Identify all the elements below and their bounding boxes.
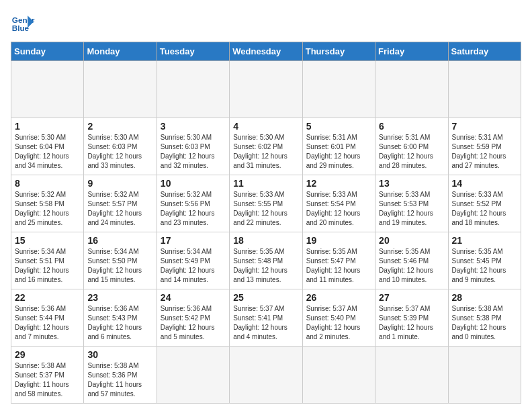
col-header-monday: Monday (84, 42, 157, 61)
col-header-sunday: Sunday (11, 42, 84, 61)
day-info: Sunrise: 5:32 AM Sunset: 5:56 PM Dayligh… (161, 190, 226, 228)
day-number: 4 (233, 121, 298, 132)
day-number: 16 (87, 235, 152, 246)
day-number: 2 (87, 121, 152, 132)
day-info: Sunrise: 5:30 AM Sunset: 6:02 PM Dayligh… (233, 133, 298, 171)
calendar-cell: 26Sunrise: 5:37 AM Sunset: 5:40 PM Dayli… (302, 289, 375, 347)
col-header-tuesday: Tuesday (157, 42, 229, 61)
day-info: Sunrise: 5:34 AM Sunset: 5:51 PM Dayligh… (15, 247, 80, 285)
header: General Blue (11, 11, 521, 35)
calendar-cell: 9Sunrise: 5:32 AM Sunset: 5:57 PM Daylig… (84, 175, 157, 232)
calendar-cell: 19Sunrise: 5:35 AM Sunset: 5:47 PM Dayli… (302, 232, 375, 289)
calendar-cell (448, 347, 521, 404)
day-info: Sunrise: 5:37 AM Sunset: 5:41 PM Dayligh… (233, 304, 298, 342)
calendar-cell: 21Sunrise: 5:35 AM Sunset: 5:45 PM Dayli… (448, 232, 521, 289)
day-info: Sunrise: 5:35 AM Sunset: 5:47 PM Dayligh… (306, 247, 371, 285)
day-info: Sunrise: 5:31 AM Sunset: 6:00 PM Dayligh… (379, 133, 444, 171)
week-row-1: 1Sunrise: 5:30 AM Sunset: 6:04 PM Daylig… (11, 118, 521, 175)
col-header-wednesday: Wednesday (230, 42, 302, 61)
day-info: Sunrise: 5:32 AM Sunset: 5:58 PM Dayligh… (15, 190, 80, 228)
day-info: Sunrise: 5:37 AM Sunset: 5:39 PM Dayligh… (379, 304, 444, 342)
calendar-cell: 28Sunrise: 5:38 AM Sunset: 5:38 PM Dayli… (448, 289, 521, 347)
calendar-cell: 14Sunrise: 5:33 AM Sunset: 5:52 PM Dayli… (448, 175, 521, 232)
calendar-cell (302, 347, 375, 404)
col-header-saturday: Saturday (448, 42, 521, 61)
calendar-cell: 25Sunrise: 5:37 AM Sunset: 5:41 PM Dayli… (230, 289, 302, 347)
day-info: Sunrise: 5:30 AM Sunset: 6:04 PM Dayligh… (15, 133, 80, 171)
calendar-table: SundayMondayTuesdayWednesdayThursdayFrid… (11, 42, 521, 404)
calendar-cell (11, 61, 84, 118)
calendar-cell: 7Sunrise: 5:31 AM Sunset: 5:59 PM Daylig… (448, 118, 521, 175)
day-number: 3 (161, 121, 226, 132)
calendar-cell (157, 61, 229, 118)
day-info: Sunrise: 5:35 AM Sunset: 5:48 PM Dayligh… (233, 247, 298, 285)
calendar-cell: 20Sunrise: 5:35 AM Sunset: 5:46 PM Dayli… (375, 232, 448, 289)
day-number: 22 (15, 292, 80, 303)
day-number: 26 (306, 292, 371, 303)
day-number: 10 (161, 178, 226, 189)
calendar-cell (230, 61, 302, 118)
calendar-cell (302, 61, 375, 118)
day-number: 5 (306, 121, 371, 132)
day-info: Sunrise: 5:38 AM Sunset: 5:36 PM Dayligh… (87, 361, 152, 399)
week-row-4: 22Sunrise: 5:36 AM Sunset: 5:44 PM Dayli… (11, 289, 521, 347)
calendar-cell (230, 347, 302, 404)
day-number: 19 (306, 235, 371, 246)
day-info: Sunrise: 5:36 AM Sunset: 5:42 PM Dayligh… (161, 304, 226, 342)
week-row-5: 29Sunrise: 5:38 AM Sunset: 5:37 PM Dayli… (11, 347, 521, 404)
day-number: 24 (161, 292, 226, 303)
day-number: 7 (452, 121, 517, 132)
day-info: Sunrise: 5:38 AM Sunset: 5:37 PM Dayligh… (15, 361, 80, 399)
day-number: 20 (379, 235, 444, 246)
calendar-cell (375, 347, 448, 404)
day-number: 1 (15, 121, 80, 132)
logo: General Blue (11, 11, 35, 35)
calendar-cell (157, 347, 229, 404)
day-number: 25 (233, 292, 298, 303)
week-row-0 (11, 61, 521, 118)
day-info: Sunrise: 5:33 AM Sunset: 5:53 PM Dayligh… (379, 190, 444, 228)
calendar-cell: 27Sunrise: 5:37 AM Sunset: 5:39 PM Dayli… (375, 289, 448, 347)
week-row-3: 15Sunrise: 5:34 AM Sunset: 5:51 PM Dayli… (11, 232, 521, 289)
logo-icon: General Blue (11, 11, 35, 35)
day-number: 18 (233, 235, 298, 246)
day-number: 30 (87, 349, 152, 360)
header-row: SundayMondayTuesdayWednesdayThursdayFrid… (11, 42, 521, 61)
day-info: Sunrise: 5:33 AM Sunset: 5:54 PM Dayligh… (306, 190, 371, 228)
day-info: Sunrise: 5:30 AM Sunset: 6:03 PM Dayligh… (87, 133, 152, 171)
day-number: 27 (379, 292, 444, 303)
day-info: Sunrise: 5:34 AM Sunset: 5:49 PM Dayligh… (161, 247, 226, 285)
day-info: Sunrise: 5:38 AM Sunset: 5:38 PM Dayligh… (452, 304, 517, 342)
calendar-cell: 17Sunrise: 5:34 AM Sunset: 5:49 PM Dayli… (157, 232, 229, 289)
calendar-cell (375, 61, 448, 118)
col-header-friday: Friday (375, 42, 448, 61)
calendar-cell: 13Sunrise: 5:33 AM Sunset: 5:53 PM Dayli… (375, 175, 448, 232)
calendar-cell: 29Sunrise: 5:38 AM Sunset: 5:37 PM Dayli… (11, 347, 84, 404)
day-number: 11 (233, 178, 298, 189)
calendar-cell: 2Sunrise: 5:30 AM Sunset: 6:03 PM Daylig… (84, 118, 157, 175)
day-number: 6 (379, 121, 444, 132)
calendar-cell: 1Sunrise: 5:30 AM Sunset: 6:04 PM Daylig… (11, 118, 84, 175)
day-info: Sunrise: 5:34 AM Sunset: 5:50 PM Dayligh… (87, 247, 152, 285)
day-number: 14 (452, 178, 517, 189)
day-info: Sunrise: 5:36 AM Sunset: 5:44 PM Dayligh… (15, 304, 80, 342)
calendar-cell: 15Sunrise: 5:34 AM Sunset: 5:51 PM Dayli… (11, 232, 84, 289)
day-number: 28 (452, 292, 517, 303)
day-info: Sunrise: 5:33 AM Sunset: 5:52 PM Dayligh… (452, 190, 517, 228)
day-info: Sunrise: 5:33 AM Sunset: 5:55 PM Dayligh… (233, 190, 298, 228)
calendar-cell: 10Sunrise: 5:32 AM Sunset: 5:56 PM Dayli… (157, 175, 229, 232)
day-number: 17 (161, 235, 226, 246)
day-info: Sunrise: 5:31 AM Sunset: 6:01 PM Dayligh… (306, 133, 371, 171)
svg-text:Blue: Blue (12, 24, 30, 32)
calendar-cell: 24Sunrise: 5:36 AM Sunset: 5:42 PM Dayli… (157, 289, 229, 347)
col-header-thursday: Thursday (302, 42, 375, 61)
calendar-cell: 18Sunrise: 5:35 AM Sunset: 5:48 PM Dayli… (230, 232, 302, 289)
calendar-cell: 23Sunrise: 5:36 AM Sunset: 5:43 PM Dayli… (84, 289, 157, 347)
day-number: 29 (15, 349, 80, 360)
calendar-cell: 4Sunrise: 5:30 AM Sunset: 6:02 PM Daylig… (230, 118, 302, 175)
day-number: 9 (87, 178, 152, 189)
calendar-cell: 8Sunrise: 5:32 AM Sunset: 5:58 PM Daylig… (11, 175, 84, 232)
day-info: Sunrise: 5:37 AM Sunset: 5:40 PM Dayligh… (306, 304, 371, 342)
day-number: 23 (87, 292, 152, 303)
day-number: 15 (15, 235, 80, 246)
